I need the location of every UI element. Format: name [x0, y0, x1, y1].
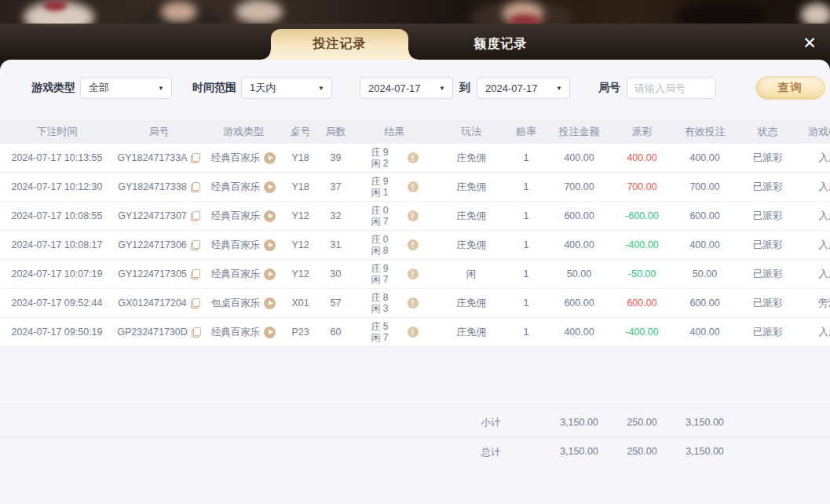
odds: 1	[506, 210, 546, 221]
info-icon[interactable]: !	[408, 239, 419, 250]
banker-score: 庄 9	[371, 147, 388, 158]
bet-amount: 600.00	[546, 210, 612, 221]
query-button[interactable]: 查询	[755, 76, 825, 100]
play-icon[interactable]	[264, 268, 276, 280]
subtotal-row: 小计 3,150.00 250.00 3,150.00	[0, 407, 830, 436]
game-type-cell: 经典百家乐	[204, 326, 283, 339]
copy-icon[interactable]	[192, 327, 201, 338]
play-type: 庄免佣	[436, 181, 506, 194]
table-header-row: 下注时间局号游戏类型桌号局数结果玩法赔率投注金额派彩有效投注状态游戏模式	[0, 119, 830, 144]
play-type: 庄免佣	[436, 297, 506, 310]
round-count: 30	[318, 268, 353, 279]
game-mode: 入座	[797, 181, 830, 194]
odds: 1	[506, 298, 546, 309]
round-id: GY1224717306	[118, 239, 187, 250]
result-scores: 庄 9 闲 7	[371, 263, 388, 285]
round-id: GX0124717204	[118, 298, 187, 309]
info-icon[interactable]: !	[408, 210, 419, 221]
round-number-input[interactable]	[627, 77, 716, 99]
round-count: 32	[318, 210, 353, 221]
result-scores: 庄 0 闲 8	[371, 234, 388, 256]
bet-time: 2024-07-17 10:08:55	[0, 210, 114, 221]
game-type: 包桌百家乐	[211, 297, 261, 310]
game-type-cell: 经典百家乐	[204, 268, 283, 281]
copy-icon[interactable]	[191, 240, 200, 250]
player-score: 闲 7	[371, 274, 388, 285]
column-header: 桌号	[283, 125, 318, 139]
table-number: Y18	[283, 152, 318, 163]
time-range-select[interactable]: 1天内 ▼	[241, 77, 332, 99]
odds: 1	[506, 239, 546, 250]
payout-value: -400.00	[612, 327, 671, 338]
play-type: 庄免佣	[436, 326, 506, 339]
info-icon[interactable]: !	[408, 152, 419, 163]
copy-icon[interactable]	[191, 182, 200, 192]
bet-amount: 700.00	[546, 181, 612, 192]
copy-icon[interactable]	[191, 298, 200, 309]
game-type-cell: 经典百家乐	[204, 210, 283, 223]
play-type: 庄免佣	[436, 210, 506, 223]
game-type: 经典百家乐	[211, 268, 261, 281]
table-number: X01	[283, 298, 318, 309]
round-id: GY182471733A	[118, 152, 188, 163]
date-to-select[interactable]: 2024-07-17 ▼	[477, 77, 570, 99]
game-type: 经典百家乐	[211, 181, 261, 194]
total-bet-amount: 3,150.00	[546, 446, 612, 457]
info-icon[interactable]: !	[408, 298, 419, 309]
round-id: GY1224717305	[118, 268, 187, 279]
column-header: 状态	[738, 125, 797, 139]
chevron-down-icon: ▼	[318, 85, 324, 92]
info-icon[interactable]: !	[408, 181, 419, 192]
valid-bet: 700.00	[671, 181, 738, 192]
close-icon[interactable]: ✕	[795, 31, 824, 56]
column-header: 结果	[353, 125, 436, 139]
copy-icon[interactable]	[191, 153, 200, 163]
round-id-cell: GX0124717204	[114, 298, 204, 309]
tab-quota-records-label: 额度记录	[474, 36, 528, 53]
table-row: 2024-07-17 10:08:17 GY1224717306 经典百家乐 Y…	[0, 231, 830, 260]
play-type: 闲	[436, 268, 506, 281]
info-icon[interactable]: !	[408, 268, 419, 279]
game-type-cell: 包桌百家乐	[204, 297, 283, 310]
play-icon[interactable]	[264, 152, 276, 164]
player-score: 闲 1	[371, 187, 388, 198]
play-icon[interactable]	[264, 298, 276, 309]
valid-bet: 600.00	[671, 210, 738, 221]
copy-icon[interactable]	[191, 211, 200, 221]
total-payout: 250.00	[612, 446, 671, 457]
banker-score: 庄 0	[371, 205, 388, 216]
tab-bet-records[interactable]: 投注记录	[271, 29, 408, 60]
game-type: 经典百家乐	[211, 326, 261, 339]
result-scores: 庄 0 闲 7	[371, 205, 388, 227]
tab-quota-records[interactable]: 额度记录	[448, 29, 554, 60]
round-count: 39	[318, 152, 353, 163]
table-number: Y18	[283, 181, 318, 192]
table-row: 2024-07-17 10:07:19 GY1224717305 经典百家乐 Y…	[0, 260, 830, 289]
odds: 1	[506, 327, 546, 338]
player-score: 闲 7	[371, 332, 388, 343]
table-number: Y12	[283, 268, 318, 279]
column-header: 局号	[114, 125, 204, 139]
round-id: GY1824717338	[118, 181, 187, 192]
status-badge: 已派彩	[738, 326, 797, 339]
round-number-label: 局号	[598, 81, 620, 95]
date-from-select[interactable]: 2024-07-17 ▼	[360, 77, 453, 99]
play-icon[interactable]	[264, 327, 276, 338]
game-mode: 入座	[797, 326, 830, 339]
copy-icon[interactable]	[191, 269, 200, 279]
result-cell: 庄 9 闲 1 !	[353, 176, 436, 198]
play-icon[interactable]	[264, 239, 276, 251]
play-icon[interactable]	[264, 181, 276, 193]
play-icon[interactable]	[264, 210, 276, 222]
result-cell: 庄 5 闲 7 !	[353, 321, 436, 343]
bet-amount: 400.00	[546, 239, 612, 250]
round-id: GY1224717307	[118, 210, 187, 221]
video-scarf-shape	[43, 0, 67, 11]
column-header: 有效投注	[671, 125, 738, 139]
bet-time: 2024-07-17 09:50:19	[0, 327, 114, 338]
round-id-cell: GY1224717307	[114, 210, 204, 221]
payout-value: -400.00	[612, 239, 671, 250]
info-icon[interactable]: !	[408, 327, 419, 338]
game-type-select[interactable]: 全部 ▼	[80, 77, 172, 99]
table-body: 2024-07-17 10:13:55 GY182471733A 经典百家乐 Y…	[0, 144, 830, 347]
